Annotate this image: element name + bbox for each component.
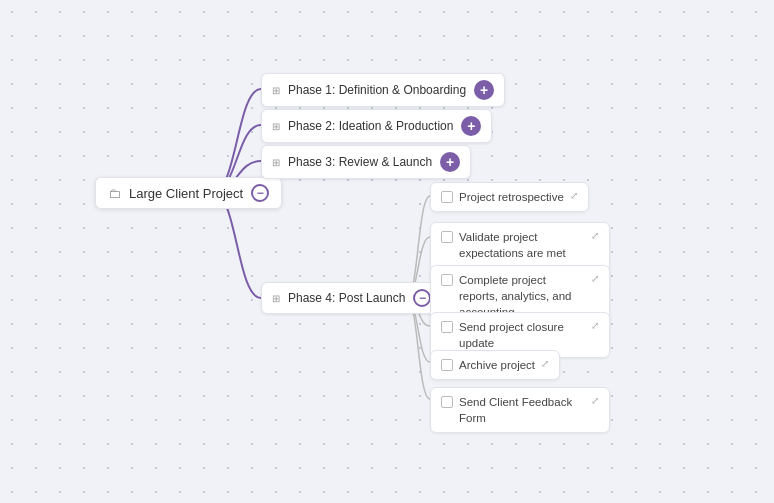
task1-expand-icon[interactable]: ⤢ bbox=[570, 189, 578, 203]
task4-expand-icon[interactable]: ⤢ bbox=[591, 319, 599, 333]
task3-expand-icon[interactable]: ⤢ bbox=[591, 272, 599, 286]
folder-icon: 🗀 bbox=[108, 186, 121, 201]
mindmap-canvas: 🗀 Large Client Project − ⊞ Phase 1: Defi… bbox=[0, 0, 774, 503]
task4-checkbox[interactable] bbox=[441, 321, 453, 333]
task5-label: Archive project bbox=[459, 357, 535, 373]
phase3-label: Phase 3: Review & Launch bbox=[288, 155, 432, 169]
phase3-node[interactable]: ⊞ Phase 3: Review & Launch + bbox=[261, 145, 471, 179]
phase2-node[interactable]: ⊞ Phase 2: Ideation & Production + bbox=[261, 109, 492, 143]
task5-node[interactable]: Archive project ⤢ bbox=[430, 350, 560, 380]
phase4-collapse-button[interactable]: − bbox=[413, 289, 431, 307]
root-collapse-button[interactable]: − bbox=[251, 184, 269, 202]
task5-expand-icon[interactable]: ⤢ bbox=[541, 357, 549, 371]
phase2-label: Phase 2: Ideation & Production bbox=[288, 119, 453, 133]
task5-checkbox[interactable] bbox=[441, 359, 453, 371]
grid-icon-phase3: ⊞ bbox=[272, 157, 280, 168]
grid-icon-phase1: ⊞ bbox=[272, 85, 280, 96]
task6-checkbox[interactable] bbox=[441, 396, 453, 408]
task3-checkbox[interactable] bbox=[441, 274, 453, 286]
phase4-node[interactable]: ⊞ Phase 4: Post Launch − bbox=[261, 282, 442, 314]
phase1-add-button[interactable]: + bbox=[474, 80, 494, 100]
task1-node[interactable]: Project retrospective ⤢ bbox=[430, 182, 589, 212]
task6-expand-icon[interactable]: ⤢ bbox=[591, 394, 599, 408]
grid-icon-phase2: ⊞ bbox=[272, 121, 280, 132]
grid-icon-phase4: ⊞ bbox=[272, 293, 280, 304]
task1-checkbox[interactable] bbox=[441, 191, 453, 203]
task4-label: Send project closure update bbox=[459, 319, 585, 351]
root-node[interactable]: 🗀 Large Client Project − bbox=[95, 177, 282, 209]
task2-checkbox[interactable] bbox=[441, 231, 453, 243]
phase1-node[interactable]: ⊞ Phase 1: Definition & Onboarding + bbox=[261, 73, 505, 107]
phase1-label: Phase 1: Definition & Onboarding bbox=[288, 83, 466, 97]
task1-label: Project retrospective bbox=[459, 189, 564, 205]
phase4-label: Phase 4: Post Launch bbox=[288, 291, 405, 305]
phase2-add-button[interactable]: + bbox=[461, 116, 481, 136]
task6-label: Send Client Feedback Form bbox=[459, 394, 585, 426]
task6-node[interactable]: Send Client Feedback Form ⤢ bbox=[430, 387, 610, 433]
root-label: Large Client Project bbox=[129, 186, 243, 201]
task2-expand-icon[interactable]: ⤢ bbox=[591, 229, 599, 243]
phase3-add-button[interactable]: + bbox=[440, 152, 460, 172]
